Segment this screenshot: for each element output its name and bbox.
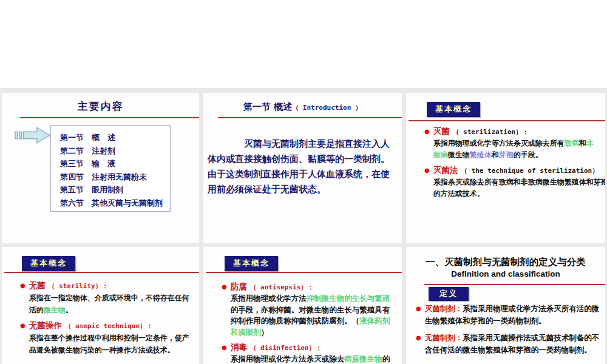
text-segment: 的手段。	[514, 150, 543, 159]
slide-subtitle: Definition and classification	[406, 269, 605, 278]
text-segment: 和	[492, 150, 499, 159]
term-english: （ sterility）：	[48, 282, 108, 290]
highlight-green: 致病	[565, 139, 579, 147]
slide-title: 第一节 概述（ Introduction ）	[203, 101, 402, 113]
text-segment: 系指用物理或化学等方法杀灭或除去所有	[433, 139, 565, 147]
toc-box: 第一节 概 述 第二节 注射剂 第三节 输 液 第四节 注射用无菌粉末 第五节 …	[50, 125, 171, 212]
slide-content: ● 无菌 （ sterility）： 系指在一指定物体、介质或环境中，不得存在任…	[20, 280, 194, 360]
title-divider	[20, 117, 199, 118]
slide-main-contents[interactable]: 主要内容 第一节 概 述 第二节 注射剂 第三节 输 液 第四节 注射用无菌粉末…	[2, 93, 199, 243]
toc-item-1: 第一节 概 述	[60, 131, 170, 144]
striped-right-arrow-icon	[15, 126, 51, 144]
bullet-dot-icon: ●	[222, 281, 227, 338]
term-heading: 无菌操作 （ asepic technique）：	[29, 320, 194, 332]
bullet-dot-icon: ●	[424, 164, 430, 200]
bullet-dot-icon: ●	[416, 332, 421, 356]
term: 无菌	[29, 280, 46, 290]
bullet-item: ● 无菌制剂：系指采用无菌操作法或无菌技术制备的不含任何活的微生物繁殖体和芽孢的…	[416, 332, 602, 356]
term-definition: 系指用物理或化学方法杀灭或除去病原微生物的手段。对病原微生物具有杀灭或除去作用的…	[231, 354, 395, 364]
term-english: （ antisepsis）：	[249, 283, 314, 291]
bullet-text: 灭菌 （ sterilization）： 系指用物理或化学等方法杀灭或除去所有致…	[433, 126, 600, 161]
highlight-green: 抑制微生物的生长与繁殖	[307, 294, 390, 303]
term: 灭菌法	[433, 165, 458, 175]
bullet-text: 无菌操作 （ asepic technique）： 系指在整个操作过程中利用和控…	[29, 320, 194, 356]
text-segment: ）	[261, 328, 269, 337]
bullet-item: ● 灭菌 （ sterilization）： 系指用物理或化学等方法杀灭或除去所…	[424, 126, 600, 161]
term-definition: 系指在一指定物体、介质或环境中，不得存在任何活的微生物。	[29, 292, 194, 316]
bullet-dot-icon: ●	[424, 126, 430, 161]
term-english: （ disinfection）：	[249, 344, 322, 352]
title-zh: 第一节 概述	[243, 101, 292, 112]
text-segment: 。	[66, 306, 73, 314]
title-divider	[218, 117, 402, 118]
highlight-green: 病原微生物	[344, 354, 382, 363]
term: 无菌操作	[29, 320, 62, 330]
bullet-dot-icon: ●	[20, 280, 25, 316]
bullet-text: 无菌制剂：系指采用无菌操作法或无菌技术制备的不含任何活的微生物繁殖体和芽孢的一类…	[425, 332, 602, 356]
slide-definition-classification[interactable]: 一、灭菌制剂与无菌制剂的定义与分类 Definition and classif…	[406, 247, 605, 364]
term-heading: 灭菌 （ sterilization）：	[433, 126, 600, 138]
text-segment: 和	[579, 139, 586, 147]
slide-title: 主要内容	[2, 99, 199, 113]
intro-paragraph: 灭菌与无菌制剂主要是指直接注入人体内或直接接触创伤面、黏膜等的一类制剂。由于这类…	[208, 136, 395, 197]
slide-basic-concepts-antisepsis[interactable]: 基本概念 ● 防腐 （ antisepsis）： 系指用物理或化学方法抑制微生物…	[203, 247, 402, 364]
title-en: （ Introduction ）	[292, 104, 362, 112]
toc-item-4: 第四节 注射用无菌粉末	[60, 170, 170, 184]
bullet-item: ● 消毒 （ disinfection）： 系指用物理或化学方法杀灭或除去病原微…	[222, 342, 395, 364]
slide-title: 一、灭菌制剂与无菌制剂的定义与分类	[406, 256, 605, 269]
text-segment: 系指用物理或化学方法	[231, 294, 307, 303]
term: 消毒	[231, 342, 247, 352]
slide-content: ● 灭菌制剂：系指采用物理或化学方法杀灭所有活的微生物繁殖体和芽孢的一类药物制剂…	[416, 303, 602, 361]
bullet-text: 消毒 （ disinfection）： 系指用物理或化学方法杀灭或除去病原微生物…	[231, 342, 395, 364]
highlight-green: 微生物	[44, 306, 66, 314]
highlight-blue: 繁殖体	[470, 150, 492, 159]
bullet-text: 灭菌法 （ the technique of sterilization） ： …	[433, 164, 605, 200]
text-segment: 微生物	[448, 150, 470, 159]
section-badge: 基本概念	[427, 102, 480, 117]
bullet-dot-icon: ●	[222, 342, 227, 364]
slide-grid: 主要内容 第一节 概 述 第二节 注射剂 第三节 输 液 第四节 注射用无菌粉末…	[0, 88, 607, 364]
title-divider	[424, 284, 605, 285]
term-definition: 灭菌制剂：系指采用物理或化学方法杀灭所有活的微生物繁殖体和芽孢的一类药物制剂。	[425, 303, 602, 327]
term-definition: 系指杀灭或除去所有致病和非致病微生物繁殖体和芽孢的方法或技术。	[433, 177, 605, 200]
badge-divider	[409, 120, 605, 121]
slide-introduction[interactable]: 第一节 概述（ Introduction ） 灭菌与无菌制剂主要是指直接注入人体…	[203, 93, 402, 243]
section-badge: 定义	[429, 287, 469, 301]
term-heading: 防腐 （ antisepsis）：	[231, 281, 395, 293]
term-heading: 消毒 （ disinfection）：	[231, 342, 395, 354]
term: 灭菌制剂：	[425, 304, 463, 313]
toc-item-5: 第五节 眼用制剂	[60, 183, 170, 197]
term: 无菌制剂：	[425, 333, 463, 342]
bullet-dot-icon: ●	[416, 303, 421, 327]
term-english: （ the technique of sterilization） ：	[461, 167, 605, 175]
slide-basic-concepts-sterility[interactable]: 基本概念 ● 无菌 （ sterility）： 系指在一指定物体、介质或环境中，…	[2, 247, 199, 364]
slide-basic-concepts-sterilization[interactable]: 基本概念 ● 灭菌 （ sterilization）： 系指用物理或化学等方法杀…	[406, 93, 605, 243]
toc-item-6: 第六节 其他灭菌与无菌制剂	[60, 197, 170, 210]
section-badge: 基本概念	[22, 256, 75, 271]
bullet-text: 无菌 （ sterility）： 系指在一指定物体、介质或环境中，不得存在任何活…	[29, 280, 194, 316]
bullet-item: ● 无菌 （ sterility）： 系指在一指定物体、介质或环境中，不得存在任…	[20, 280, 194, 316]
bullet-dot-icon: ●	[20, 320, 25, 356]
badge-divider	[4, 272, 199, 273]
term-definition: 无菌制剂：系指采用无菌操作法或无菌技术制备的不含任何活的微生物繁殖体和芽孢的一类…	[425, 332, 602, 356]
term-definition: 系指用物理或化学等方法杀灭或除去所有致病和非致病微生物繁殖体和芽孢的手段。	[433, 138, 600, 161]
badge-divider	[206, 272, 402, 273]
toc-item-3: 第三节 输 液	[60, 157, 170, 170]
bullet-text: 防腐 （ antisepsis）： 系指用物理或化学方法抑制微生物的生长与繁殖的…	[231, 281, 395, 338]
term: 防腐	[231, 281, 247, 291]
term-english: （ sterilization）：	[452, 128, 529, 136]
section-badge: 基本概念	[225, 256, 278, 271]
bullet-text: 灭菌制剂：系指采用物理或化学方法杀灭所有活的微生物繁殖体和芽孢的一类药物制剂。	[425, 303, 602, 327]
bullet-item: ● 无菌操作 （ asepic technique）： 系指在整个操作过程中利用…	[20, 320, 194, 356]
term-english: （ asepic technique）：	[64, 322, 153, 330]
term: 灭菌	[433, 126, 450, 136]
slide-content: ● 灭菌 （ sterilization）： 系指用物理或化学等方法杀灭或除去所…	[424, 126, 600, 203]
bullet-item: ● 灭菌制剂：系指采用物理或化学方法杀灭所有活的微生物繁殖体和芽孢的一类药物制剂…	[416, 303, 602, 327]
term-heading: 灭菌法 （ the technique of sterilization） ：	[433, 164, 605, 177]
term-heading: 无菌 （ sterility）：	[29, 280, 194, 292]
term-definition: 系指用物理或化学方法抑制微生物的生长与繁殖的手段，亦称抑菌。对微生物的生长与繁殖…	[231, 293, 395, 338]
toc-item-2: 第二节 注射剂	[60, 144, 170, 158]
bullet-item: ● 灭菌法 （ the technique of sterilization） …	[424, 164, 600, 200]
text-segment: 系指用物理或化学方法杀灭或除去	[231, 354, 345, 363]
bullet-item: ● 防腐 （ antisepsis）： 系指用物理或化学方法抑制微生物的生长与繁…	[222, 281, 395, 338]
